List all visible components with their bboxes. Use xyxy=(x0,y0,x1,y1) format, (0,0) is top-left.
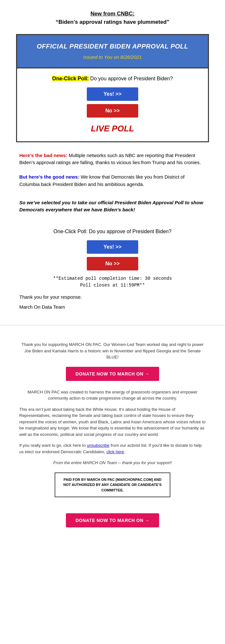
poll-header: OFFICIAL PRESIDENT BIDEN APPROVAL POLL I… xyxy=(17,35,208,67)
completion-line1: **Estimated poll completion time: 30 sec… xyxy=(19,275,206,282)
yes-button-1[interactable]: Yes! >> xyxy=(87,87,138,101)
poll-title: OFFICIAL PRESIDENT BIDEN APPROVAL POLL xyxy=(23,41,202,51)
poll2-question-prefix: One-Click Poll: xyxy=(53,229,87,234)
cnbc-headline: New from CNBC: xyxy=(19,10,206,18)
donate-button-1[interactable]: DONATE NOW TO MARCH ON → xyxy=(66,367,159,381)
team-text: March On Data Team xyxy=(19,304,206,311)
content-section: Here’s the bad news: Multiple networks s… xyxy=(0,147,225,316)
yes-button-2[interactable]: Yes! >> xyxy=(87,240,138,254)
footer-era-text-content: This era isn’t just about taking back th… xyxy=(19,407,206,437)
poll-body: One-Click Poll: Do you approve of Presid… xyxy=(17,67,208,141)
donate-link[interactable]: click here xyxy=(106,449,124,454)
selected-text: So we’ve selected you to take our offici… xyxy=(19,199,206,214)
disclaimer-box: PAID FOR BY MARCH ON PAC [MARCHONPAC.COM… xyxy=(55,472,170,498)
live-poll-label: LIVE POLL xyxy=(27,122,198,135)
poll-question-text: Do you approve of President Biden? xyxy=(89,76,173,81)
good-news-label: But here’s the good news: xyxy=(19,174,79,180)
thank-you-text: Thank you for your response. xyxy=(19,294,206,301)
bad-news-paragraph: Here’s the bad news: Multiple networks s… xyxy=(19,152,206,166)
no-button-2[interactable]: No >> xyxy=(87,257,138,270)
completion-line2: Poll closes at 11:59PM** xyxy=(19,282,206,289)
completion-text: **Estimated poll completion time: 30 sec… xyxy=(19,275,206,289)
footer-thanks-text: From the entire MARCH ON Team -- thank y… xyxy=(19,460,206,466)
poll-question-prefix: One-Click Poll: xyxy=(52,76,89,81)
good-news-paragraph: But here’s the good news: We know that D… xyxy=(19,173,206,188)
poll-date: Issued to You on 8/26/2021 xyxy=(23,54,202,61)
cnbc-quote: “Biden’s approval ratings have plummeted… xyxy=(19,18,206,26)
unsubscribe-link[interactable]: unsubscribe xyxy=(87,443,109,448)
footer-section: Thank you for supporting MARCH ON PAC. O… xyxy=(0,335,225,542)
poll-box: OFFICIAL PRESIDENT BIDEN APPROVAL POLL I… xyxy=(16,34,209,142)
footer-unsubscribe-text: If you really want to go, click here to … xyxy=(19,442,206,455)
poll-question: One-Click Poll: Do you approve of Presid… xyxy=(27,75,198,83)
no-button-1[interactable]: No >> xyxy=(87,104,138,118)
footer-mission-text: MARCH ON PAC was created to harness the … xyxy=(19,389,206,401)
cnbc-source: New from CNBC: xyxy=(91,11,135,17)
section-divider xyxy=(0,325,225,325)
poll-question-2: One-Click Poll: Do you approve of Presid… xyxy=(19,228,206,235)
donate-button-2[interactable]: DONATE NOW TO MARCH ON → xyxy=(66,513,159,527)
top-section: New from CNBC: “Biden’s approval ratings… xyxy=(0,0,225,29)
footer-era-text: This era isn’t just about taking back th… xyxy=(19,406,206,438)
poll2-question-text: Do you approve of President Biden? xyxy=(87,229,172,234)
bad-news-label: Here’s the bad news: xyxy=(19,153,68,158)
footer-support-text: Thank you for supporting MARCH ON PAC. O… xyxy=(19,341,206,360)
disclaimer-text: PAID FOR BY MARCH ON PAC [MARCHONPAC.COM… xyxy=(62,477,163,493)
